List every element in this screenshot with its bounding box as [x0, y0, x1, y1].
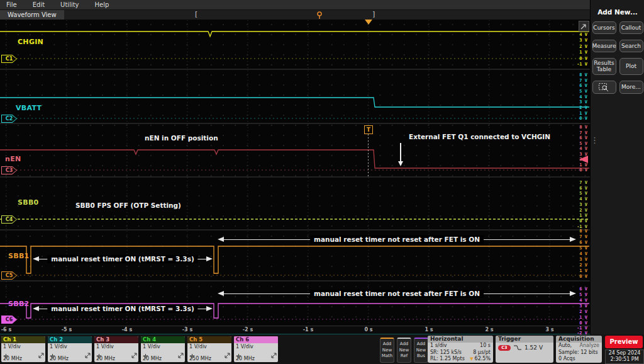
arrowhead-left-icon [218, 237, 224, 242]
volts-per-div: 1 V/div [236, 344, 253, 350]
scale-label-c5: 0 V [571, 274, 587, 279]
trigger-level-arrow-icon[interactable] [579, 156, 588, 163]
arrowhead-left-icon [33, 256, 39, 261]
panel-splitter-handle[interactable]: ⋮ [591, 135, 599, 145]
tab-strip: Waveform View [0, 10, 590, 20]
scale-label-c3: 6 V [571, 135, 587, 140]
channel-label-sbb2: SBB2 [8, 300, 30, 308]
trigger-position-icon[interactable] [365, 20, 372, 25]
scale-label-c5: 2 V [571, 263, 587, 268]
date-text: 24 Sep 2024 [606, 350, 643, 356]
channel-badge-c1[interactable]: C1 [1, 55, 17, 63]
bandwidth: 20 MHz [96, 356, 115, 361]
trigger-level: 1.52 V [525, 344, 543, 351]
button-line: New [416, 348, 426, 353]
trigger-t-marker[interactable]: T [364, 125, 373, 134]
volts-per-div: 1 V/div [96, 344, 114, 350]
zoom-box-icon [598, 82, 610, 92]
channel-badge-body: 1 V/div20 MHz [141, 343, 185, 362]
horizontal-record-length: RL: 1.25 Mpts [430, 356, 465, 363]
arrowhead-right-icon [570, 237, 576, 242]
scale-label-c6: 0 V [571, 321, 587, 326]
horizontal-panel[interactable]: Horizontal 1 s/div 10 s SR: 125 kS/s 8 µ… [428, 336, 493, 363]
menu-item-help[interactable]: Help [89, 1, 119, 8]
arrowhead-left-icon [218, 291, 224, 296]
preview-button[interactable]: Preview [605, 336, 643, 348]
bandwidth: 20 MHz [236, 356, 255, 361]
menu-bar: FileEditUtilityHelp [0, 0, 644, 10]
add-new-more-button[interactable]: More... [619, 81, 643, 94]
channel-badge-c3[interactable]: C3 [1, 166, 17, 174]
channel-badge-body: 1 V/div20 MHz [234, 343, 278, 362]
volts-per-div: 1 V/div [3, 344, 21, 350]
scale-label-c6: 2 V [571, 309, 587, 314]
add-new-plot-button[interactable]: Plot [619, 58, 643, 75]
channel-badge-c5[interactable]: C5 [1, 271, 17, 280]
tab-waveform-view[interactable]: Waveform View [0, 10, 64, 20]
channel-label-nen: nEN [5, 155, 21, 163]
scale-label-c2: 5 V [571, 89, 587, 94]
channel-badge-header: Ch 1 [1, 336, 45, 343]
menu-item-file[interactable]: File [0, 1, 26, 8]
horizontal-resolution: 8 µs/pt [473, 350, 491, 356]
channel-badge-header: Ch 2 [48, 336, 92, 343]
trigger-panel[interactable]: Trigger C3 1.52 V [496, 336, 553, 363]
channel-settings-badge-ch4[interactable]: Ch 41 V/div20 MHz [141, 336, 185, 362]
channel-badge-header: Ch 3 [94, 336, 138, 343]
acquisition-panel[interactable]: Acquisition Auto, Analyze Sample: 12 bit… [556, 336, 602, 363]
resize-corner-icon[interactable] [579, 21, 589, 31]
pan-icon-wrap [85, 349, 91, 361]
add-new-callout-button[interactable]: Callout [619, 21, 643, 34]
annotation-text: External FET Q1 connected to VCHGIN [409, 133, 550, 140]
acquisition-analyze: Analyze [579, 343, 599, 350]
acquisition-sample: Sample: 12 bits [558, 350, 598, 356]
scale-label-c4: 7 V [571, 180, 587, 185]
datetime-display: 24 Sep 2024 2:30:51 PM [605, 350, 644, 364]
add-new-cursors-button[interactable]: Cursors [592, 21, 616, 34]
time-tick-label: -5 s [62, 327, 72, 333]
add-new-bus-button[interactable]: AddNewBus [414, 338, 428, 363]
channel-badge-c2[interactable]: C2 [1, 115, 17, 123]
add-new-measure-button[interactable]: Measure [592, 40, 616, 52]
zoom-bracket-left[interactable]: [ [195, 10, 197, 19]
channel-settings-badge-ch1[interactable]: Ch 11 V/div20 MHz [1, 336, 45, 362]
bandwidth: 250 MHz [189, 356, 211, 361]
menu-item-edit[interactable]: Edit [26, 1, 54, 8]
scale-label-c1: -1 V [571, 62, 587, 67]
channel-settings-badge-ch5[interactable]: Ch 51 V/div250 MHz [187, 336, 231, 362]
channel-badge-c4[interactable]: C4 [1, 215, 17, 224]
scale-label-c2: 8 V [571, 72, 587, 77]
search-marker-icon[interactable] [316, 10, 323, 22]
scale-label-c1: 4 V [571, 32, 587, 37]
trigger-title: Trigger [496, 336, 553, 343]
add-new-zoom-box-icon-button[interactable] [592, 81, 616, 94]
channel-badge-c6[interactable]: C6 [1, 316, 17, 324]
falling-edge-icon [513, 344, 522, 351]
scale-label-c3: 0 V [571, 168, 587, 173]
pan-arrows-icon [178, 353, 184, 358]
menu-item-utility[interactable]: Utility [54, 1, 88, 8]
acquisition-mode: Auto, [558, 343, 572, 350]
zoom-bracket-right[interactable]: ] [372, 10, 375, 19]
channel-settings-badge-ch6[interactable]: Ch 61 V/div20 MHz [234, 336, 278, 362]
time-tick-label: -6 s [1, 327, 11, 333]
scale-label-c2: 7 V [571, 78, 587, 83]
add-new-ref-button[interactable]: AddNewRef [397, 338, 411, 363]
channel-settings-badge-ch3[interactable]: Ch 31 V/div20 MHz [94, 336, 138, 362]
pan-arrows-icon [271, 353, 277, 358]
acquisition-count: 0 Acqs [558, 356, 575, 363]
add-new-math-button[interactable]: AddNewMath [380, 338, 394, 363]
channel-badge-header: Ch 4 [141, 336, 185, 343]
scale-label-c2: 2 V [571, 105, 587, 110]
time-tick-label: 2 s [485, 327, 493, 333]
add-new-results-table-button[interactable]: Results Table [592, 58, 616, 75]
channel-badge-body: 1 V/div20 MHz [48, 343, 92, 362]
horizontal-title: Horizontal [428, 336, 493, 343]
channel-settings-badge-ch2[interactable]: Ch 21 V/div20 MHz [48, 336, 92, 362]
oscilloscope-app: FileEditUtilityHelp Waveform View [ ] T … [0, 0, 644, 364]
scale-label-c2: 1 V [571, 111, 587, 116]
add-new-search-button[interactable]: Search [619, 40, 643, 52]
button-line: Add [417, 341, 426, 347]
volts-per-div: 1 V/div [143, 344, 160, 350]
position-icon: ▼ [470, 356, 473, 361]
